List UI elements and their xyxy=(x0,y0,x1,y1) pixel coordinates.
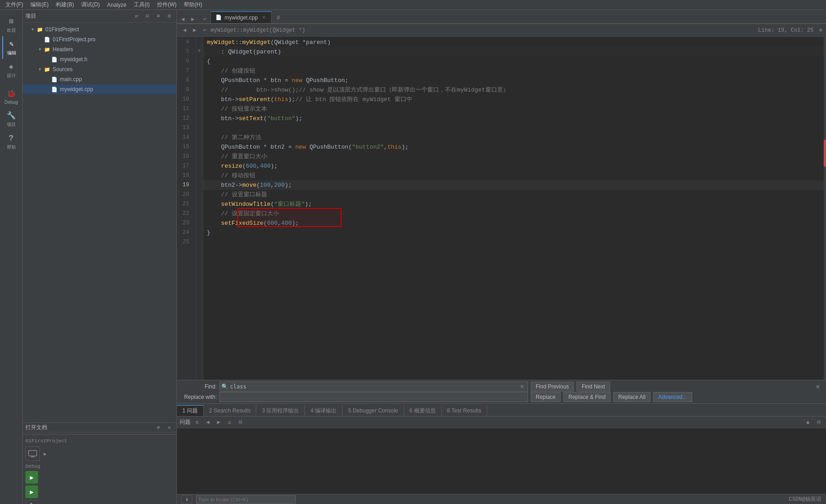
token-op5b: ) xyxy=(278,47,281,57)
find-previous-btn[interactable]: Find Previous xyxy=(531,382,574,392)
tab-pin-btn[interactable]: # xyxy=(273,12,283,23)
sidebar-welcome-btn[interactable]: ⊞ 欢迎 xyxy=(2,14,20,36)
code-line-4[interactable]: myWidget::myWidget(QWidget *parent) xyxy=(203,38,826,47)
menu-edit[interactable]: 编辑(E) xyxy=(27,0,52,10)
code-line-23[interactable]: setFixedSize(600,400); xyxy=(203,218,826,228)
menu-controls[interactable]: 控件(W) xyxy=(153,0,180,10)
tab-close-btn[interactable]: ✕ xyxy=(260,15,267,21)
code-line-15[interactable]: QPushButton * btn2 = new QPushButton("bu… xyxy=(203,142,826,152)
find-close-btn[interactable]: ✕ xyxy=(813,382,822,391)
bottom-tab-compile[interactable]: 4 编译输出 xyxy=(305,405,342,416)
code-line-16[interactable]: // 重置窗口大小 xyxy=(203,152,826,161)
nav-forward-btn[interactable]: ▶ xyxy=(191,26,199,34)
code-line-6[interactable]: { xyxy=(203,57,826,66)
panel-expand-btn[interactable]: ⊕ xyxy=(154,12,163,21)
code-line-17[interactable]: resize(600,400); xyxy=(203,161,826,171)
replace-input[interactable] xyxy=(220,392,528,402)
code-line-9[interactable]: // btn->show();// show 是以顶层方式弹出窗口（即新弹出一个… xyxy=(203,85,826,95)
tree-pro-file[interactable]: ▶ 📄 01FirstProject.pro xyxy=(23,34,176,44)
sidebar-design-btn[interactable]: ◈ 设计 xyxy=(2,59,20,82)
debug-run-btn[interactable]: ▶ xyxy=(25,485,38,498)
code-line-22[interactable]: // 设置固定窗口大小 xyxy=(203,209,826,218)
bottom-tab-search[interactable]: 2 Search Results xyxy=(204,405,256,416)
sidebar-edit-btn[interactable]: ✎ 编辑 xyxy=(2,36,20,59)
code-line-24[interactable]: } xyxy=(203,228,826,237)
token-op15b: = xyxy=(285,142,295,152)
problems-warning-btn[interactable]: ⚠ xyxy=(225,418,234,427)
code-line-20[interactable]: // 设置窗口标题 xyxy=(203,190,826,199)
code-line-25[interactable] xyxy=(203,237,826,247)
bottom-tab-overview[interactable]: 6 概要信息 xyxy=(404,405,442,416)
fold-5[interactable]: ▼ xyxy=(196,46,203,56)
menu-debug[interactable]: 调试(D) xyxy=(78,0,103,10)
panel-filter-btn[interactable]: ⊟ xyxy=(143,12,152,21)
code-line-8[interactable]: QPushButton * btn = new QPushButton; xyxy=(203,76,826,85)
sources-folder-icon: 📁 xyxy=(44,66,51,73)
build-btn[interactable]: 🔨 xyxy=(25,500,38,504)
problems-sort-btn[interactable]: ⇅ xyxy=(192,418,201,427)
replace-and-find-btn[interactable]: Replace & Find xyxy=(563,392,611,402)
menu-file[interactable]: 文件(F) xyxy=(2,0,27,10)
code-line-14[interactable]: // 第二种方法 xyxy=(203,133,826,142)
debug-arrow-icon[interactable]: ▶ xyxy=(44,451,47,457)
code-content[interactable]: myWidget::myWidget(QWidget *parent) : QW… xyxy=(203,37,826,380)
nav-home-btn[interactable]: ↩ xyxy=(200,26,209,34)
tree-project[interactable]: ▼ 📁 01FirstProject xyxy=(23,24,176,34)
scrollbar-thumb[interactable] xyxy=(824,140,826,167)
sidebar-debug-btn[interactable]: 🐞 Debug xyxy=(2,85,20,108)
tree-headers-folder[interactable]: ▼ 📁 Headers xyxy=(23,44,176,54)
position-expand-icon[interactable]: ⊕ xyxy=(819,27,822,34)
menu-analyze[interactable]: Analyze xyxy=(103,0,130,10)
nav-back-btn[interactable]: ◀ xyxy=(181,26,189,34)
open-docs-close-btn[interactable]: ✕ xyxy=(165,423,174,432)
advanced-btn[interactable]: Advanced... xyxy=(653,392,692,402)
find-input[interactable] xyxy=(220,382,528,392)
code-line-7[interactable]: // 创建按钮 xyxy=(203,66,826,76)
sidebar-help-btn[interactable]: ? 帮助 xyxy=(2,131,20,153)
find-next-btn[interactable]: Find Next xyxy=(577,382,610,392)
panel-settings-btn[interactable]: ⚙ xyxy=(165,12,174,21)
tab-nav-left[interactable]: ◀ xyxy=(179,15,187,23)
bottom-tab-app-output[interactable]: 3 应用程序输出 xyxy=(256,405,305,416)
replace-all-btn[interactable]: Replace All xyxy=(613,392,650,402)
run-btn[interactable]: ▶ xyxy=(25,471,38,484)
code-line-13[interactable] xyxy=(203,123,826,133)
problems-prev-btn[interactable]: ◀ xyxy=(203,418,212,427)
problems-detach-btn[interactable]: ⊟ xyxy=(814,418,823,427)
code-line-12[interactable]: btn->setText("button"); xyxy=(203,114,826,123)
bottom-tab-test[interactable]: 8 Test Results xyxy=(442,405,487,416)
tree-sources-folder[interactable]: ▼ 📁 Sources xyxy=(23,64,176,74)
code-line-5[interactable]: : QWidget(parent) xyxy=(203,47,826,57)
bottom-tab-problems[interactable]: 1 问题 xyxy=(177,405,204,416)
problems-collapse-btn[interactable]: ▲ xyxy=(803,418,812,427)
open-docs-expand-btn[interactable]: ⊕ xyxy=(154,423,163,432)
problems-next-btn[interactable]: ▶ xyxy=(214,418,223,427)
problems-filter-btn[interactable]: ⊟ xyxy=(236,418,245,427)
bottom-tab-debugger[interactable]: 5 Debugger Console xyxy=(342,405,404,416)
find-clear-btn[interactable]: ✕ xyxy=(518,383,526,391)
code-line-10[interactable]: btn->setParent(this);// 让 btn 按钮依附在 myWi… xyxy=(203,95,826,104)
debug-screen-icon[interactable] xyxy=(25,446,40,461)
menu-build[interactable]: 构建(B) xyxy=(52,0,78,10)
token-op21b: ); xyxy=(305,199,312,209)
panel-sync-btn[interactable]: ⇄ xyxy=(132,12,141,21)
menu-tools[interactable]: 工具(I) xyxy=(130,0,153,10)
tree-main-cpp[interactable]: ▶ 📄 main.cpp xyxy=(23,74,176,84)
tab-mywidget-cpp[interactable]: 📄 mywidget.cpp ✕ xyxy=(210,11,272,23)
token-str15: "button2" xyxy=(352,142,384,152)
locate-input[interactable] xyxy=(196,495,296,504)
status-sidebar-toggle[interactable]: ▮ xyxy=(181,495,192,504)
code-line-11[interactable]: // 按钮显示文本 xyxy=(203,104,826,114)
tree-mywidget-cpp[interactable]: ▶ 📄 mywidget.cpp xyxy=(23,84,176,94)
code-line-19[interactable]: btn2->move(100,200); xyxy=(203,180,826,190)
tab-nav-right[interactable]: ▶ xyxy=(189,15,197,23)
tab-nav-back[interactable]: ↩ xyxy=(200,15,209,23)
code-line-21[interactable]: setWindowTitle("窗口标题"); xyxy=(203,199,826,209)
code-line-18[interactable]: // 移动按钮 xyxy=(203,171,826,180)
menu-help[interactable]: 帮助(H) xyxy=(180,0,206,10)
replace-btn[interactable]: Replace xyxy=(531,392,561,402)
sidebar-project-btn[interactable]: 🔧 项目 xyxy=(2,108,20,131)
tree-header-file[interactable]: ▶ 📄 mywidget.h xyxy=(23,54,176,64)
token-op15: * xyxy=(260,142,270,152)
token-type15b: QPushButton xyxy=(306,142,348,152)
